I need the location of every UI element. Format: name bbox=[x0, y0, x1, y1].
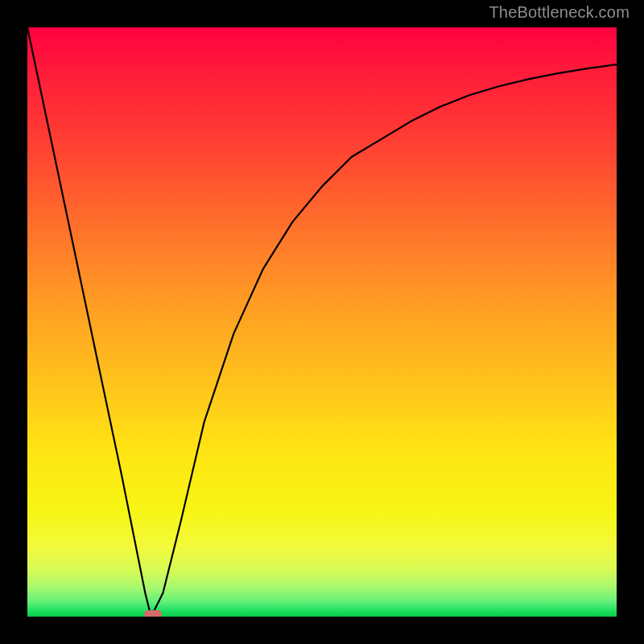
watermark-text: TheBottleneck.com bbox=[489, 3, 630, 22]
plot-area bbox=[27, 27, 617, 617]
chart-title bbox=[0, 0, 1, 1]
minimum-marker bbox=[144, 610, 162, 617]
x-axis-label bbox=[0, 0, 1, 1]
curve-layer bbox=[27, 27, 617, 617]
chart-frame: TheBottleneck.com bbox=[0, 0, 644, 644]
bottleneck-curve bbox=[27, 27, 617, 617]
y-axis-label bbox=[0, 0, 1, 1]
